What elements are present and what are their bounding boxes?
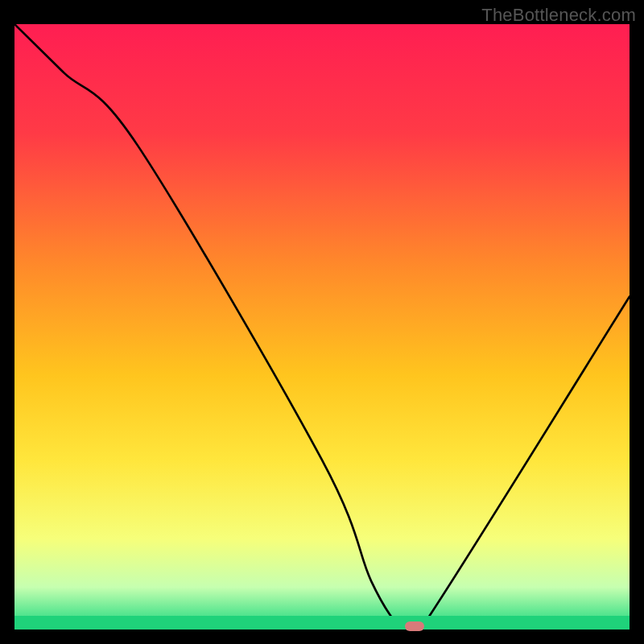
chart-frame: TheBottleneck.com — [0, 0, 644, 644]
plot-svg — [14, 24, 630, 630]
bottom-green-band — [14, 616, 630, 630]
gradient-background — [14, 24, 630, 630]
bottleneck-plot — [14, 24, 630, 630]
watermark-text: TheBottleneck.com — [481, 5, 636, 26]
optimal-point-marker — [405, 621, 424, 631]
